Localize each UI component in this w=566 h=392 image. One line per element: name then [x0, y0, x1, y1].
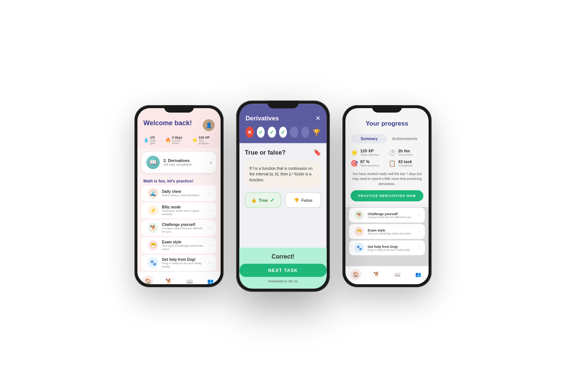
p2-question-type: True or false? [245, 149, 286, 156]
p3-nav-home[interactable]: 🏠 [351, 269, 361, 280]
accuracy-label: Task accuracy [360, 164, 379, 167]
p3-dog-title: Get help from Dog! [368, 245, 415, 249]
accuracy-info: 87 % Task accuracy [360, 159, 379, 167]
dog-sub: Dog! is ready to be your study buddy [162, 262, 205, 268]
p3-menu-dog[interactable]: 🐾 Get help from Dog! Dog! is ready to be… [349, 240, 425, 255]
p1-stat-xp: ⭐ 120 XP Your progress [192, 136, 215, 145]
progress-dot-6 [301, 127, 309, 137]
trophy-icon: 🏆 [312, 127, 321, 137]
p3-nav-book[interactable]: 📖 [392, 269, 403, 280]
tasks-val: 43 task [398, 159, 413, 164]
p2-question-text: If f is a function that is continuous on… [245, 161, 321, 187]
p3-nav-group[interactable]: 👥 [413, 269, 423, 280]
arrow-icon: › [419, 213, 420, 217]
dog-nav-icon: 🐕 [371, 269, 382, 280]
p1-section-title: Math is fun, let's practice! [137, 176, 221, 185]
challenge-title: Challenge yourself [162, 223, 205, 227]
notch-2 [267, 100, 299, 108]
fire-icon: 🔥 [165, 137, 171, 143]
p2-screen: Derivatives ✕ ✕ ✓ ✓ ✓ 🏆 True or false? 🔖 [239, 104, 326, 289]
phone-1: Welcome back! 👤 💧 1/3 Daily goal 🔥 [134, 105, 224, 287]
screen-1: Welcome back! 👤 💧 1/3 Daily goal 🔥 [137, 108, 221, 284]
challenge-sub: Conquer tasks that are difficult for you [162, 227, 205, 233]
phones-container: Welcome back! 👤 💧 1/3 Daily goal 🔥 [134, 105, 432, 287]
xp-value: 120 XP [199, 136, 215, 139]
target-icon: 🎯 [351, 160, 358, 167]
p1-stat-daily: 💧 1/3 Daily goal [143, 136, 162, 145]
p1-card-title: 2. Derivatives [163, 158, 206, 163]
nav-home[interactable]: 🏠 [142, 276, 153, 284]
phone-3: Your progress Summary Achievements ⭐ 120… [342, 105, 432, 287]
home-icon: 🏠 [351, 269, 361, 280]
xp-val: 120 XP [360, 149, 379, 153]
p2-question-header: True or false? 🔖 [245, 148, 321, 156]
exam-sub: Test your knowledge before the exam [162, 244, 205, 251]
nav-dog[interactable]: 🐕 [163, 276, 174, 284]
screen-2: Derivatives ✕ ✕ ✓ ✓ ✓ 🏆 True or false? 🔖 [239, 104, 326, 289]
close-button[interactable]: ✕ [315, 114, 321, 122]
option-true[interactable]: 👍 True ✓ [245, 192, 281, 208]
p3-dog-sub: Dog! is ready to be your study buddy [368, 249, 415, 251]
water-icon: 💧 [143, 137, 149, 143]
nav-book[interactable]: 📖 [184, 276, 195, 284]
chevron-right-icon: › [210, 159, 212, 165]
p2-body: True or false? 🔖 If f is a function that… [239, 143, 326, 247]
phone-2: Derivatives ✕ ✕ ✓ ✓ ✓ 🏆 True or false? 🔖 [236, 100, 330, 292]
daily-chew-text: Daily chew Solve today's selected tasks [162, 189, 205, 197]
arrow-icon: › [209, 261, 210, 265]
exam-text: Exam style Test your knowledge before th… [162, 240, 205, 251]
book-nav-icon: 📖 [184, 276, 195, 284]
challenge-icon: 🐕 [148, 223, 158, 233]
nav-group[interactable]: 👥 [205, 276, 216, 284]
xp-info: 120 XP Total collected [360, 149, 379, 156]
tab-achievements[interactable]: Achievements [387, 134, 423, 143]
blitz-title: Blitz mode [162, 205, 205, 209]
progress-dot-1: ✕ [245, 127, 254, 137]
thumbs-down-icon: 👎 [294, 197, 299, 203]
exam-icon: 😷 [148, 240, 158, 250]
p3-tabs: Summary Achievements [351, 134, 423, 143]
home-icon: 🏠 [142, 276, 153, 284]
p3-nav-dog[interactable]: 🐕 [371, 269, 382, 280]
menu-challenge[interactable]: 🐕 Challenge yourself Conquer tasks that … [142, 220, 216, 236]
star-icon: ⭐ [192, 137, 198, 143]
p1-derivatives-card[interactable]: 📖 2. Derivatives 2/8 task completed › [142, 152, 216, 173]
menu-blitz[interactable]: ⚡ Blitz mode Treat your brain with a qui… [142, 203, 216, 218]
p3-dog-text: Get help from Dog! Dog! is ready to be y… [368, 245, 415, 251]
menu-dog[interactable]: 🐾 Get help from Dog! Dog! is ready to be… [142, 255, 216, 271]
arrow-icon: › [419, 230, 420, 233]
p1-card-info: 2. Derivatives 2/8 task completed [163, 158, 206, 166]
exam-icon: 😷 [354, 227, 364, 236]
bookmark-icon[interactable]: 🔖 [313, 148, 321, 156]
group-icon: 👥 [205, 276, 216, 284]
time-info: 2h 6m Focus time [398, 149, 413, 156]
p3-menu-scroll: 🐕 Challenge yourself Conquer tasks that … [345, 207, 429, 266]
daily-goal-label: Daily goal [150, 139, 162, 145]
menu-exam[interactable]: 😷 Exam style Test your knowledge before … [142, 237, 216, 253]
option-false[interactable]: 👎 False [285, 192, 321, 208]
progress-dot-2: ✓ [257, 127, 265, 137]
clipboard-icon: 📋 [388, 160, 396, 167]
next-task-button[interactable]: NEXT TASK [239, 263, 326, 277]
dog-icon: 🐾 [148, 257, 158, 268]
thumbs-up-icon: 👍 [251, 197, 257, 203]
streak-value: 3 days [172, 136, 188, 139]
tab-summary[interactable]: Summary [351, 134, 387, 143]
practice-derivatives-button[interactable]: PRACTICE DERIVATIVES NOW [351, 190, 423, 201]
time-label: Focus time [398, 153, 413, 156]
dog-title: Get help from Dog! [162, 257, 205, 262]
book-icon: 📖 [146, 156, 160, 169]
streak-label: Current streak [172, 139, 188, 145]
progress-dot-4: ✓ [279, 127, 287, 137]
p2-result-panel: Correct! NEXT TASK Finnished in 3m 2s [239, 247, 326, 288]
notch-1 [164, 105, 194, 113]
tasks-label: Completed [398, 164, 413, 167]
p3-progress-text: You have studied really well the last 7 … [345, 169, 429, 188]
screen-3: Your progress Summary Achievements ⭐ 120… [345, 108, 429, 284]
p2-result-text: Correct! [239, 253, 326, 260]
menu-daily-chew[interactable]: 🌊 Daily chew Solve today's selected task… [142, 185, 216, 201]
p3-exam-sub: Test your knowledge before the exam [368, 232, 415, 235]
p3-menu-challenge[interactable]: 🐕 Challenge yourself Conquer tasks that … [349, 208, 425, 223]
p3-menu-exam[interactable]: 😷 Exam style Test your knowledge before … [349, 224, 425, 239]
blitz-icon: ⚡ [148, 205, 158, 216]
